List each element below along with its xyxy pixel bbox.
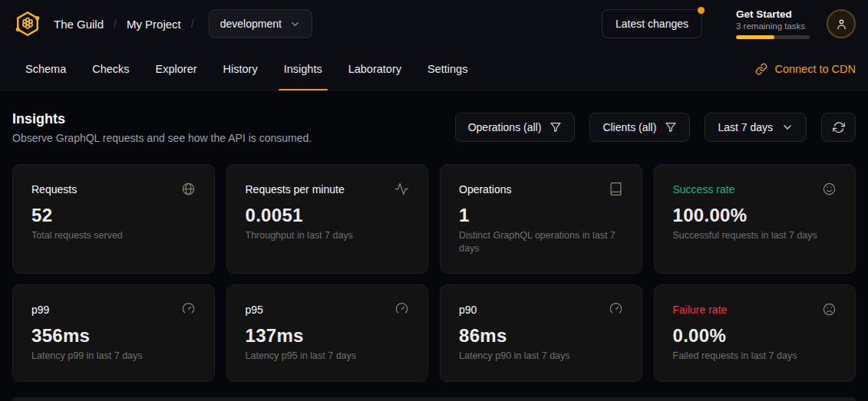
stat-card-description: Distinct GraphQL operations in last 7 da… [459, 229, 623, 255]
breadcrumb-org[interactable]: The Guild [51, 18, 107, 31]
breadcrumb-separator: / [184, 18, 201, 30]
tab-history[interactable]: History [210, 48, 271, 90]
stat-card-value: 137ms [246, 325, 410, 347]
stat-card-title: p99 [31, 304, 49, 316]
chevron-down-icon [781, 121, 794, 133]
operations-filter-button[interactable]: Operations (all) [455, 113, 576, 142]
insights-page: Insights Observe GraphQL requests and se… [0, 90, 868, 382]
notification-dot [698, 7, 705, 14]
stat-card-value: 100.00% [673, 205, 837, 226]
stat-card-title: Success rate [673, 183, 735, 196]
stat-card-value: 52 [31, 205, 196, 226]
stat-card-description: Latency p90 in last 7 days [459, 350, 623, 363]
target-select[interactable]: development [209, 9, 312, 38]
stat-card-title: p90 [459, 304, 477, 316]
tab-settings[interactable]: Settings [414, 48, 480, 90]
stat-card-description: Total requests served [31, 229, 196, 242]
stat-card-value: 356ms [31, 325, 196, 347]
stat-card-title: p95 [246, 304, 263, 316]
breadcrumb-separator: / [107, 18, 124, 30]
guild-logo-icon[interactable] [12, 8, 43, 39]
gauge-icon [394, 302, 409, 317]
chevron-down-icon [289, 18, 301, 30]
user-avatar[interactable] [827, 9, 856, 38]
target-select-value: development [220, 18, 282, 30]
stat-card-title: Operations [459, 183, 511, 196]
page-subtitle: Observe GraphQL requests and see how the… [12, 132, 312, 144]
date-range-value: Last 7 days [718, 121, 773, 133]
stat-card-title: Failure rate [673, 304, 728, 316]
activity-icon [394, 182, 409, 196]
connect-to-cdn-button[interactable]: Connect to CDN [755, 48, 856, 90]
globe-icon [181, 182, 196, 196]
stat-card-description: Latency p99 in last 7 days [31, 350, 196, 363]
tab-laboratory[interactable]: Laboratory [335, 48, 414, 90]
next-section-edge [12, 397, 856, 401]
stat-card-description: Latency p95 in last 7 days [246, 350, 410, 363]
filters-bar: Operations (all) Clients (all) Last 7 da… [455, 113, 856, 142]
link-icon [755, 63, 767, 75]
clients-filter-label: Clients (all) [602, 121, 656, 133]
gauge-icon [181, 302, 196, 317]
stat-card-value: 0.0051 [246, 205, 410, 226]
date-range-select[interactable]: Last 7 days [705, 113, 807, 142]
header: The Guild / My Project / development Lat… [0, 0, 868, 48]
stat-card-description: Successful requests in last 7 days [673, 229, 837, 242]
refresh-button[interactable] [821, 113, 856, 142]
stat-card: p99356msLatency p99 in last 7 days [12, 284, 215, 382]
book-icon [609, 182, 623, 196]
stat-card-title: Requests per minute [246, 183, 345, 196]
breadcrumb-project[interactable]: My Project [124, 18, 184, 31]
stats-grid: Requests52Total requests servedRequests … [12, 164, 856, 382]
tab-insights[interactable]: Insights [271, 48, 335, 90]
stat-card: Operations1Distinct GraphQL operations i… [440, 164, 642, 274]
clients-filter-button[interactable]: Clients (all) [589, 113, 690, 142]
get-started-subtitle: 3 remaining tasks [736, 21, 810, 31]
stat-card-description: Throughput in last 7 days [246, 229, 410, 242]
stat-card: Requests52Total requests served [12, 164, 215, 274]
stat-card-title: Requests [31, 183, 77, 196]
refresh-icon [833, 121, 845, 133]
stat-card: Requests per minute0.0051Throughput in l… [226, 164, 429, 274]
operations-filter-label: Operations (all) [468, 121, 542, 133]
latest-changes-button[interactable]: Latest changes [602, 9, 702, 38]
frown-icon [822, 302, 837, 317]
user-icon [835, 18, 848, 31]
top-bar: The Guild / My Project / development Lat… [0, 0, 868, 90]
get-started-widget[interactable]: Get Started 3 remaining tasks [736, 8, 810, 39]
stat-card-value: 0.00% [673, 325, 837, 347]
connect-to-cdn-label: Connect to CDN [774, 63, 856, 75]
get-started-title: Get Started [736, 8, 810, 20]
tab-schema[interactable]: Schema [12, 48, 79, 90]
gauge-icon [609, 302, 623, 317]
filter-icon [550, 121, 562, 133]
stat-card-description: Failed requests in last 7 days [673, 350, 837, 363]
stat-card: Failure rate0.00%Failed requests in last… [654, 284, 856, 382]
stat-card: p9086msLatency p90 in last 7 days [440, 284, 642, 382]
stat-card-value: 1 [459, 205, 623, 226]
tab-checks[interactable]: Checks [79, 48, 142, 90]
tab-explorer[interactable]: Explorer [143, 48, 210, 90]
filter-icon [665, 121, 677, 133]
project-nav: SchemaChecksExplorerHistoryInsightsLabor… [0, 48, 868, 90]
stat-card: Success rate100.00%Successful requests i… [654, 164, 856, 274]
smile-icon [822, 182, 837, 196]
stat-card: p95137msLatency p95 in last 7 days [226, 284, 429, 382]
nav-tabs: SchemaChecksExplorerHistoryInsightsLabor… [12, 48, 480, 90]
latest-changes-label: Latest changes [616, 18, 688, 30]
page-title: Insights [12, 111, 312, 127]
get-started-progress-bar [736, 35, 810, 39]
stat-card-value: 86ms [459, 325, 623, 347]
get-started-progress-fill [736, 35, 774, 39]
